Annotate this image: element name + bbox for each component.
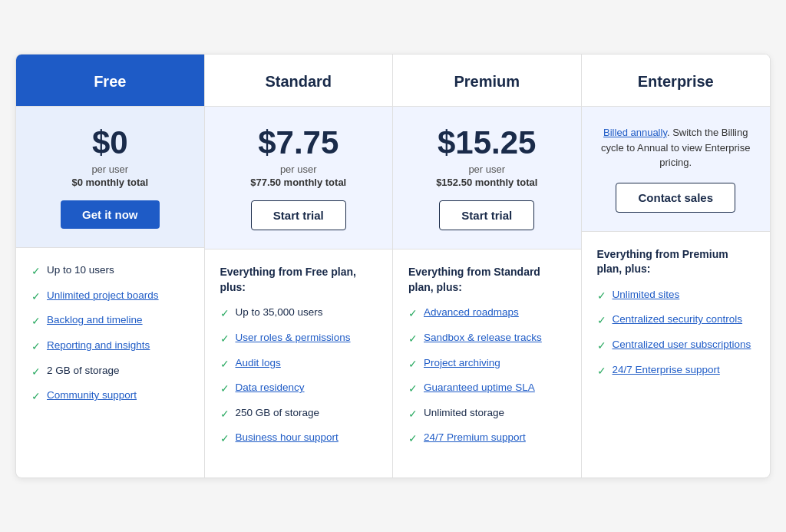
feature-text-enterprise-1[interactable]: Centralized security controls: [613, 312, 743, 327]
feature-text-free-3[interactable]: Reporting and insights: [47, 339, 150, 353]
feature-text-standard-5[interactable]: Business hour support: [236, 431, 339, 445]
plan-header-standard: Standard: [205, 55, 393, 107]
feature-item-standard-4: ✓250 GB of storage: [220, 406, 378, 422]
plan-name-free: Free: [31, 73, 189, 91]
cta-button-enterprise[interactable]: Contact sales: [616, 183, 735, 213]
check-icon: ✓: [220, 431, 230, 447]
feature-item-premium-5: ✓24/7 Premium support: [408, 431, 566, 447]
feature-text-standard-0: Up to 35,000 users: [236, 306, 323, 320]
price-monthly-total-free: $0 monthly total: [31, 177, 189, 188]
pricing-table: Free$0per user$0 monthly totalGet it now…: [15, 54, 771, 478]
price-amount-standard: $7.75: [220, 125, 378, 160]
plan-col-free: Free$0per user$0 monthly totalGet it now…: [16, 55, 205, 477]
feature-text-standard-2[interactable]: Audit logs: [236, 356, 281, 371]
feature-item-premium-3: ✓Guaranteed uptime SLA: [408, 381, 566, 397]
check-icon: ✓: [31, 365, 41, 380]
feature-text-premium-3[interactable]: Guaranteed uptime SLA: [424, 381, 535, 395]
check-icon: ✓: [31, 389, 41, 405]
price-per-user-free: per user: [31, 164, 189, 175]
feature-text-free-2[interactable]: Backlog and timeline: [47, 313, 143, 328]
feature-text-standard-4: 250 GB of storage: [236, 406, 320, 421]
cta-button-free[interactable]: Get it now: [61, 200, 160, 229]
plan-name-premium: Premium: [408, 73, 566, 91]
check-icon: ✓: [31, 314, 41, 329]
plan-col-enterprise: EnterpriseBilled annually. Switch the Bi…: [582, 55, 771, 477]
feature-item-enterprise-2: ✓Centralized user subscriptions: [597, 338, 755, 354]
check-icon: ✓: [408, 332, 418, 347]
feature-text-free-0: Up to 10 users: [47, 263, 114, 278]
feature-text-premium-4: Unlimited storage: [424, 406, 504, 421]
check-icon: ✓: [31, 264, 41, 279]
price-per-user-premium: per user: [408, 164, 566, 175]
features-intro-enterprise: Everything from Premium plan, plus:: [597, 247, 755, 277]
feature-item-free-4: ✓2 GB of storage: [31, 364, 189, 380]
feature-text-premium-1[interactable]: Sandbox & release tracks: [424, 331, 542, 345]
check-icon: ✓: [220, 306, 230, 322]
feature-item-premium-4: ✓Unlimited storage: [408, 406, 566, 422]
feature-text-free-5[interactable]: Community support: [47, 388, 137, 403]
feature-text-standard-1[interactable]: User roles & permissions: [236, 331, 351, 345]
check-icon: ✓: [408, 357, 418, 372]
feature-item-free-0: ✓Up to 10 users: [31, 263, 189, 279]
feature-text-enterprise-0[interactable]: Unlimited sites: [613, 288, 680, 302]
feature-item-free-2: ✓Backlog and timeline: [31, 313, 189, 329]
plan-features-standard: Everything from Free plan, plus:✓Up to 3…: [205, 249, 393, 477]
price-amount-free: $0: [31, 125, 189, 160]
check-icon: ✓: [597, 289, 606, 304]
billed-annually-link[interactable]: Billed annually: [603, 127, 667, 138]
feature-text-premium-2[interactable]: Project archiving: [424, 356, 500, 371]
feature-item-enterprise-1: ✓Centralized security controls: [597, 312, 755, 329]
feature-item-enterprise-0: ✓Unlimited sites: [597, 288, 755, 304]
price-monthly-total-premium: $152.50 monthly total: [408, 177, 566, 188]
cta-wrapper-free: Get it now: [31, 200, 189, 229]
features-intro-standard: Everything from Free plan, plus:: [220, 265, 378, 295]
feature-text-enterprise-2[interactable]: Centralized user subscriptions: [613, 338, 751, 352]
feature-item-premium-0: ✓Advanced roadmaps: [408, 306, 566, 322]
plan-features-premium: Everything from Standard plan, plus:✓Adv…: [393, 249, 581, 477]
feature-item-standard-3: ✓Data residency: [220, 381, 378, 397]
plan-name-standard: Standard: [220, 73, 378, 91]
feature-text-standard-3[interactable]: Data residency: [236, 381, 305, 395]
plan-features-free: ✓Up to 10 users✓Unlimited project boards…: [16, 248, 204, 477]
feature-item-premium-1: ✓Sandbox & release tracks: [408, 331, 566, 347]
plan-name-enterprise: Enterprise: [597, 73, 755, 91]
feature-text-free-1[interactable]: Unlimited project boards: [47, 289, 159, 303]
enterprise-billing-note: Billed annually. Switch the Billing cycl…: [597, 125, 755, 170]
feature-item-enterprise-3: ✓24/7 Enterprise support: [597, 363, 755, 379]
plan-pricing-free: $0per user$0 monthly totalGet it now: [16, 107, 204, 248]
feature-text-premium-0[interactable]: Advanced roadmaps: [424, 306, 519, 320]
feature-item-premium-2: ✓Project archiving: [408, 356, 566, 372]
check-icon: ✓: [408, 431, 418, 447]
price-monthly-total-standard: $77.50 monthly total: [220, 177, 378, 188]
cta-button-standard[interactable]: Start trial: [251, 200, 346, 230]
feature-text-enterprise-3[interactable]: 24/7 Enterprise support: [613, 363, 720, 378]
feature-item-standard-2: ✓Audit logs: [220, 356, 378, 372]
check-icon: ✓: [597, 339, 606, 354]
cta-button-premium[interactable]: Start trial: [439, 200, 534, 230]
check-icon: ✓: [408, 407, 418, 422]
feature-item-standard-0: ✓Up to 35,000 users: [220, 306, 378, 322]
plan-features-enterprise: Everything from Premium plan, plus:✓Unli…: [582, 232, 771, 477]
plan-pricing-standard: $7.75per user$77.50 monthly totalStart t…: [205, 107, 393, 249]
plan-pricing-enterprise: Billed annually. Switch the Billing cycl…: [582, 107, 771, 232]
feature-item-standard-1: ✓User roles & permissions: [220, 331, 378, 347]
feature-text-premium-5[interactable]: 24/7 Premium support: [424, 431, 526, 445]
check-icon: ✓: [31, 339, 41, 355]
plan-header-enterprise: Enterprise: [582, 55, 771, 107]
check-icon: ✓: [220, 407, 230, 422]
plan-header-premium: Premium: [393, 55, 581, 107]
cta-wrapper-premium: Start trial: [408, 200, 566, 230]
feature-item-free-1: ✓Unlimited project boards: [31, 289, 189, 305]
plan-col-premium: Premium$15.25per user$152.50 monthly tot…: [393, 55, 582, 477]
plan-col-standard: Standard$7.75per user$77.50 monthly tota…: [205, 55, 394, 477]
feature-item-free-5: ✓Community support: [31, 388, 189, 405]
check-icon: ✓: [408, 306, 418, 322]
check-icon: ✓: [597, 313, 606, 329]
check-icon: ✓: [220, 332, 230, 347]
feature-item-free-3: ✓Reporting and insights: [31, 339, 189, 355]
check-icon: ✓: [408, 382, 418, 397]
feature-item-standard-5: ✓Business hour support: [220, 431, 378, 447]
price-amount-premium: $15.25: [408, 125, 566, 160]
plan-header-free: Free: [16, 55, 204, 107]
check-icon: ✓: [31, 289, 41, 305]
